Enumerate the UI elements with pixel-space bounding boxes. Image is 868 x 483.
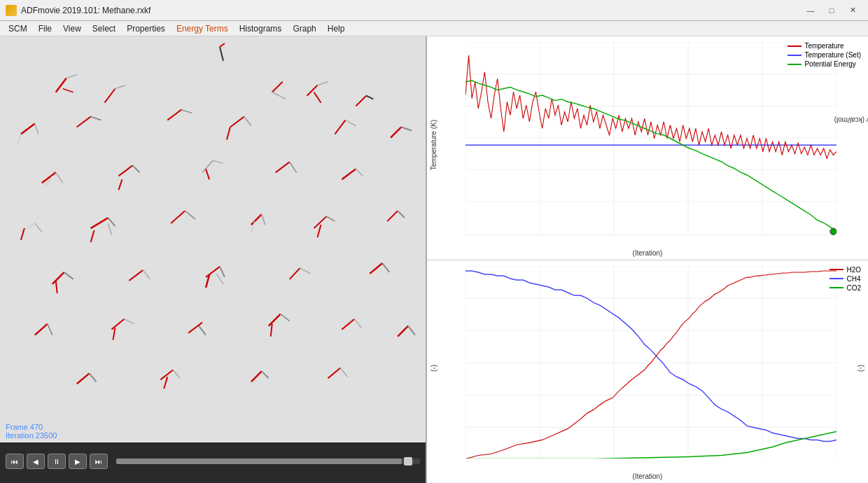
bottom-chart-legend: H2O CH4 CO2: [830, 266, 861, 293]
bottom-chart-y-left-label: (-): [430, 365, 438, 372]
top-chart-y-left-label: Temperature (K): [430, 120, 438, 170]
bottom-chart-svg: 30 25 20 15 10 5 0 50 40 30 20 10 0 5000…: [465, 266, 836, 459]
progress-bar-container[interactable]: [116, 458, 420, 464]
menu-graph[interactable]: Graph: [287, 22, 321, 35]
svg-rect-95: [465, 42, 836, 235]
bottom-chart-y-right-label: (-): [858, 365, 865, 372]
bottom-chart-x-label: (Iteration): [633, 472, 663, 480]
species-chart: H2O CH4 CO2: [427, 260, 868, 484]
menu-select[interactable]: Select: [87, 22, 121, 35]
prev-button[interactable]: ◀: [27, 454, 45, 469]
legend-temperature: Temperature: [788, 42, 861, 50]
title-bar: ADFmovie 2019.101: Methane.rxkf — □ ✕: [0, 0, 868, 21]
menu-help[interactable]: Help: [322, 22, 351, 35]
legend-potential-energy: Potential Energy: [788, 60, 861, 68]
skip-forward-button[interactable]: ⏭: [90, 454, 108, 469]
skip-back-button[interactable]: ⏮: [6, 454, 24, 469]
window-controls: — □ ✕: [801, 3, 862, 18]
legend-co2: CO2: [830, 284, 861, 292]
top-chart-x-label: (Iteration): [633, 249, 663, 257]
main-content: Frame 470 Iteration 23500 ⏮ ◀ ⏸ ▶ ⏭: [0, 36, 868, 483]
window-title: ADFmovie 2019.101: Methane.rxkf: [21, 6, 801, 15]
top-chart-legend: Temperature Temperature (Set) Potential …: [788, 42, 861, 69]
top-chart-svg: 4000 3800 3600 3400 3200 3000 2800 2600 …: [465, 42, 836, 235]
play-button[interactable]: ▶: [69, 454, 87, 469]
menu-energy-terms[interactable]: Energy Terms: [171, 22, 234, 35]
molecule-scene: [0, 36, 426, 426]
minimize-button[interactable]: —: [801, 3, 820, 18]
temperature-chart: Temperature Temperature (Set) Potential …: [427, 36, 868, 260]
molecule-canvas: [0, 36, 426, 441]
playback-controls: ⏮ ◀ ⏸ ▶ ⏭: [6, 454, 420, 469]
top-chart-y-right-label: Energy (kcal/mol): [834, 116, 868, 124]
legend-ch4: CH4: [830, 275, 861, 283]
legend-temperature-set: Temperature (Set): [788, 51, 861, 59]
pause-button[interactable]: ⏸: [48, 454, 66, 469]
menu-histograms[interactable]: Histograms: [234, 22, 288, 35]
menu-scm[interactable]: SCM: [3, 22, 33, 35]
menu-bar: SCM File View Select Properties Energy T…: [0, 21, 868, 36]
app-icon: [6, 5, 17, 16]
svg-rect-0: [0, 36, 426, 426]
menu-properties[interactable]: Properties: [121, 22, 171, 35]
menu-view[interactable]: View: [57, 22, 87, 35]
progress-bar: [116, 458, 402, 464]
menu-file[interactable]: File: [33, 22, 57, 35]
playback-panel: ⏮ ◀ ⏸ ▶ ⏭: [0, 442, 426, 483]
legend-h2o: H2O: [830, 266, 861, 274]
maximize-button[interactable]: □: [822, 3, 841, 18]
viewport-panel: Frame 470 Iteration 23500 ⏮ ◀ ⏸ ▶ ⏭: [0, 36, 427, 483]
svg-point-130: [830, 228, 836, 235]
charts-panel: Temperature Temperature (Set) Potential …: [427, 36, 868, 483]
close-button[interactable]: ✕: [843, 3, 862, 18]
progress-thumb: [404, 457, 412, 465]
